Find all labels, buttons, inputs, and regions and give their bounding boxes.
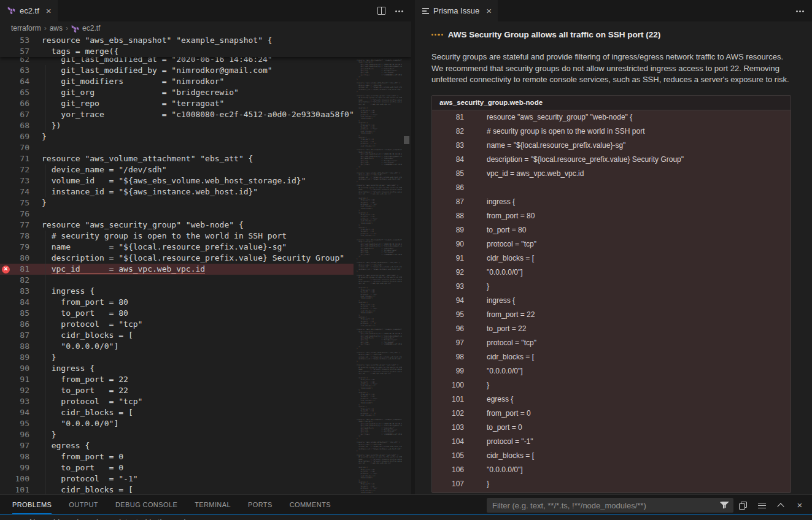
panel-tab-output[interactable]: OUTPUT (69, 495, 98, 514)
code-line[interactable]: 72 device_name = "/dev/sdh" (0, 164, 354, 175)
issue-code-line: 97protocol = "tcp" (432, 336, 791, 350)
code-line[interactable]: 81 vpc_id = aws_vpc.web_vpc.id (0, 264, 354, 275)
code-line[interactable]: 77resource "aws_security_group" "web-nod… (0, 220, 354, 231)
line-number: 96 (12, 429, 29, 440)
code-line[interactable]: 85 to_port = 80 (0, 308, 354, 319)
code-line[interactable]: 97 egress { (0, 440, 354, 451)
code-line[interactable]: 95 "0.0.0.0/0"] (0, 418, 354, 429)
code-line[interactable]: 86 protocol = "tcp" (0, 319, 354, 330)
line-number: 98 (432, 353, 464, 361)
breadcrumb-separator: › (44, 24, 47, 32)
code-line[interactable]: 67 yor_trace = "c1008080-ec2f-4512-a0d0-… (0, 109, 354, 120)
panel-tab-debug-console[interactable]: DEBUG CONSOLE (115, 495, 177, 514)
code-line[interactable]: 63 git_last_modified_by = "nimrodkor@gma… (0, 65, 354, 76)
chevron-up-icon[interactable] (775, 500, 786, 511)
code-line[interactable]: 71resource "aws_volume_attachment" "ebs_… (0, 153, 354, 164)
line-number: 79 (12, 242, 29, 253)
panel-tab-problems[interactable]: PROBLEMS (12, 495, 52, 514)
editor-code-area[interactable]: 62 git_last_modified_at = "2020-06-16 14… (0, 54, 354, 494)
code-text: egress { (42, 440, 90, 451)
issue-code-line: 99"0.0.0.0/0"] (432, 364, 791, 378)
code-line[interactable]: 65 git_org = "bridgecrewio" (0, 87, 354, 98)
breadcrumb-item[interactable]: aws (50, 24, 63, 32)
line-number: 106 (432, 465, 464, 474)
code-line[interactable]: 92 to_port = 22 (0, 385, 354, 396)
code-text: ingress { (42, 363, 95, 374)
panel-tab-comments[interactable]: COMMENTS (290, 495, 331, 514)
code-line[interactable]: 91 from_port = 22 (0, 374, 354, 385)
code-text: cidr_blocks = [ (42, 407, 133, 418)
code-line[interactable]: 96 } (0, 429, 354, 440)
sticky-scroll[interactable]: 53resource "aws_ebs_snapshot" "example_s… (0, 35, 411, 57)
code-line[interactable]: 99 to_port = 0 (0, 462, 354, 473)
prisma-issue-panel: AWS Security Group allows all traffic on… (415, 21, 812, 494)
code-line[interactable]: 66 git_repo = "terragoat" (0, 98, 354, 109)
line-number: 68 (12, 120, 29, 131)
code-line[interactable]: 76 (0, 208, 354, 220)
code-line[interactable]: 70 (0, 142, 354, 153)
code-line[interactable]: 87 cidr_blocks = [ (0, 330, 354, 341)
close-icon[interactable] (46, 6, 52, 15)
code-line[interactable]: 74 instance_id = "${aws_instance.web_hos… (0, 186, 354, 197)
issue-code-line: 87ingress { (432, 195, 791, 209)
more-actions-icon[interactable] (796, 7, 805, 15)
code-line[interactable]: 80 description = "${local.resource_prefi… (0, 253, 354, 264)
line-number: 74 (12, 186, 29, 197)
code-line[interactable]: 100 protocol = "-1" (0, 473, 354, 484)
issue-code-block: aws_security_group.web-node 81resource "… (431, 95, 791, 493)
code-line[interactable]: 83 ingress { (0, 286, 354, 297)
split-editor-icon[interactable] (377, 7, 385, 15)
code-line[interactable]: 57 tags = merge({ (0, 46, 411, 57)
code-line[interactable]: 94 cidr_blocks = [ (0, 407, 354, 418)
breadcrumb[interactable]: terraform›aws›ec2.tf (0, 21, 411, 35)
code-line[interactable]: 88 "0.0.0.0/0"] (0, 341, 354, 352)
more-actions-icon[interactable] (395, 7, 404, 15)
menu-icon[interactable] (756, 500, 767, 511)
line-number: 53 (12, 35, 29, 46)
filter-icon[interactable] (718, 500, 729, 511)
code-line[interactable]: 73 volume_id = "${aws_ebs_volume.web_hos… (0, 175, 354, 186)
breadcrumb-item[interactable]: terraform (11, 24, 41, 32)
tab-prisma-issue[interactable]: Prisma Issue (415, 0, 498, 21)
panel-tab-ports[interactable]: PORTS (248, 495, 273, 514)
minimap[interactable]: resource "aws_ebs_snapshot" "example_sna… (354, 59, 402, 494)
code-text: tags = merge({ (42, 46, 118, 57)
indent-guide (45, 231, 45, 494)
tab-label: ec2.tf (20, 6, 39, 15)
error-icon[interactable] (0, 266, 12, 273)
code-line[interactable]: 84 from_port = 80 (0, 297, 354, 308)
code-line[interactable]: 78 # security group is open to the world… (0, 231, 354, 242)
code-line[interactable]: 69} (0, 131, 354, 142)
code-line[interactable]: 64 git_modifiers = "nimrodkor" (0, 76, 354, 87)
code-line[interactable]: 79 name = "${local.resource_prefix.value… (0, 242, 354, 253)
code-line[interactable]: 98 from_port = 0 (0, 451, 354, 462)
code-line[interactable]: 101 cidr_blocks = [ (0, 484, 354, 494)
code-text: resource "aws_security_group" "web-node"… (42, 220, 244, 231)
close-icon[interactable] (794, 500, 805, 511)
copy-icon[interactable] (737, 500, 748, 511)
line-number: 95 (12, 418, 29, 429)
line-number: 80 (12, 253, 29, 264)
code-text: from_port = 22 (42, 374, 128, 385)
indent-guide (45, 65, 45, 132)
issue-code-line: 83name = "${local.resource_prefix.value}… (432, 139, 791, 153)
code-text: egress { (487, 395, 513, 403)
code-line[interactable]: 68 }) (0, 120, 354, 131)
filter-input[interactable] (487, 498, 733, 513)
close-icon[interactable] (486, 6, 492, 15)
code-line[interactable]: 82 (0, 275, 354, 286)
panel-action-icons (718, 498, 805, 513)
scrollbar-thumb[interactable] (404, 136, 409, 144)
panel-tab-terminal[interactable]: TERMINAL (195, 495, 231, 514)
code-block-header: aws_security_group.web-node (432, 96, 791, 110)
code-line[interactable]: 53resource "aws_ebs_snapshot" "example_s… (0, 35, 411, 46)
code-line[interactable]: 93 protocol = "tcp" (0, 396, 354, 407)
code-line[interactable]: 89 } (0, 352, 354, 363)
code-text: git_last_modified_by = "nimrodkor@gmail.… (42, 65, 273, 76)
code-line[interactable]: 90 ingress { (0, 363, 354, 374)
tab-ec2-tf[interactable]: ec2.tf (0, 0, 58, 21)
line-number: 99 (432, 367, 464, 375)
breadcrumb-item[interactable]: ec2.tf (71, 24, 100, 32)
code-text: name = "${local.resource_prefix.value}-s… (487, 141, 625, 150)
code-line[interactable]: 75} (0, 197, 354, 208)
